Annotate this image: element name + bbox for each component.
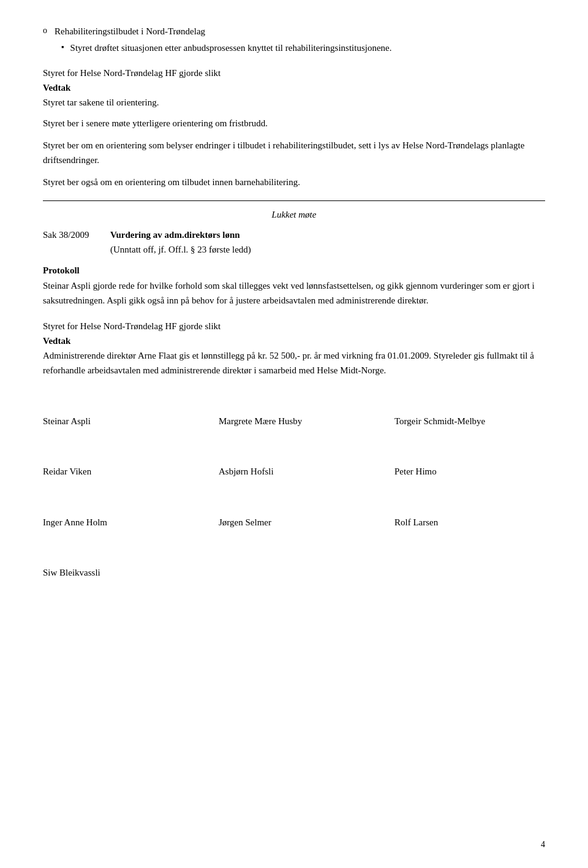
- bullet-outer-text: Rehabiliteringstilbudet i Nord-Trøndelag: [55, 25, 545, 39]
- protokoll-text: Steinar Aspli gjorde rede for hvilke for…: [43, 278, 545, 308]
- styret-intro-2: Styret for Helse Nord-Trøndelag HF gjord…: [43, 319, 545, 333]
- signature-asbjorn-hofsli: Asbjørn Hofsli: [219, 465, 369, 479]
- sak-number: Sak 38/2009: [43, 230, 110, 240]
- signatures-section: Steinar Aspli Margrete Mære Husby Torgei…: [43, 414, 545, 580]
- styret-block-2: Styret for Helse Nord-Trøndelag HF gjord…: [43, 319, 545, 378]
- signature-row-1: Steinar Aspli Margrete Mære Husby Torgei…: [43, 414, 545, 428]
- signature-inger-anne-holm: Inger Anne Holm: [43, 516, 194, 530]
- divider: [43, 200, 545, 201]
- signature-peter-himo: Peter Himo: [394, 465, 545, 479]
- signature-steinar-aspli: Steinar Aspli: [43, 414, 194, 428]
- signature-row-2: Reidar Viken Asbjørn Hofsli Peter Himo: [43, 465, 545, 479]
- styret-intro-1: Styret for Helse Nord-Trøndelag HF gjord…: [43, 66, 545, 80]
- signature-empty-2: [394, 566, 545, 580]
- signature-reidar-viken: Reidar Viken: [43, 465, 194, 479]
- bullet-circle-icon: o: [43, 26, 47, 36]
- paragraph-3: Styret ber også om en orientering om til…: [43, 175, 545, 189]
- signature-jorgen-selmer: Jørgen Selmer: [219, 516, 369, 530]
- vedtak-text-2: Administrerende direktør Arne Flaat gis …: [43, 348, 545, 378]
- sak-subtitle: (Unntatt off, jf. Off.l. § 23 første led…: [110, 243, 545, 257]
- signature-row-4: Siw Bleikvassli: [43, 566, 545, 580]
- styret-block-1: Styret for Helse Nord-Trøndelag HF gjord…: [43, 66, 545, 110]
- bullet-square-icon: ▪: [61, 42, 64, 52]
- sak-row: Sak 38/2009 Vurdering av adm.direktørs l…: [43, 230, 545, 240]
- signature-margrete-husby: Margrete Mære Husby: [219, 414, 369, 428]
- vedtak-text-1: Styret tar sakene til orientering.: [43, 95, 545, 110]
- bullet-inner-text: Styret drøftet situasjonen etter anbudsp…: [70, 41, 545, 55]
- signature-torgeir-schmidt: Torgeir Schmidt-Melbye: [394, 414, 545, 428]
- paragraph-2: Styret ber om en orientering som belyser…: [43, 138, 545, 167]
- lukket-mote-label: Lukket møte: [43, 210, 545, 220]
- page-number: 4: [541, 840, 545, 850]
- signature-rolf-larsen: Rolf Larsen: [394, 516, 545, 530]
- sak-title: Vurdering av adm.direktørs lønn: [110, 230, 545, 240]
- vedtak-label-2: Vedtak: [43, 333, 545, 348]
- paragraph-1: Styret ber i senere møte ytterligere ori…: [43, 116, 545, 131]
- vedtak-label-1: Vedtak: [43, 80, 545, 95]
- signature-row-3: Inger Anne Holm Jørgen Selmer Rolf Larse…: [43, 516, 545, 530]
- signature-siw-bleikvassli: Siw Bleikvassli: [43, 566, 194, 580]
- signature-empty-1: [219, 566, 369, 580]
- protokoll-label: Protokoll: [43, 265, 545, 276]
